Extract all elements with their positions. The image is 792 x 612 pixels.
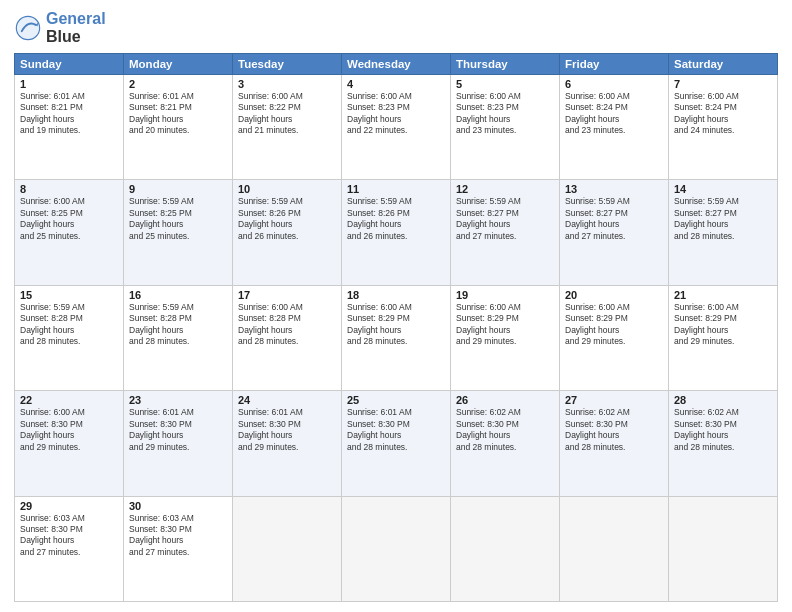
day-number: 13 <box>565 183 663 195</box>
day-number: 12 <box>456 183 554 195</box>
day-cell-19: 19 Sunrise: 6:00 AM Sunset: 8:29 PM Dayl… <box>451 285 560 390</box>
day-number: 29 <box>20 500 118 512</box>
weekday-header-row: SundayMondayTuesdayWednesdayThursdayFrid… <box>15 53 778 74</box>
day-info: Sunrise: 6:01 AM Sunset: 8:30 PM Dayligh… <box>129 407 227 453</box>
day-cell-3: 3 Sunrise: 6:00 AM Sunset: 8:22 PM Dayli… <box>233 74 342 179</box>
day-cell-2: 2 Sunrise: 6:01 AM Sunset: 8:21 PM Dayli… <box>124 74 233 179</box>
weekday-wednesday: Wednesday <box>342 53 451 74</box>
day-cell-15: 15 Sunrise: 5:59 AM Sunset: 8:28 PM Dayl… <box>15 285 124 390</box>
day-info: Sunrise: 5:59 AM Sunset: 8:27 PM Dayligh… <box>456 196 554 242</box>
day-cell-28: 28 Sunrise: 6:02 AM Sunset: 8:30 PM Dayl… <box>669 391 778 496</box>
logo-text: General Blue <box>46 10 106 47</box>
week-row-4: 22 Sunrise: 6:00 AM Sunset: 8:30 PM Dayl… <box>15 391 778 496</box>
day-info: Sunrise: 6:01 AM Sunset: 8:30 PM Dayligh… <box>238 407 336 453</box>
empty-cell <box>342 496 451 601</box>
day-cell-20: 20 Sunrise: 6:00 AM Sunset: 8:29 PM Dayl… <box>560 285 669 390</box>
day-number: 21 <box>674 289 772 301</box>
day-number: 3 <box>238 78 336 90</box>
day-info: Sunrise: 6:02 AM Sunset: 8:30 PM Dayligh… <box>456 407 554 453</box>
day-cell-29: 29 Sunrise: 6:03 AM Sunset: 8:30 PM Dayl… <box>15 496 124 601</box>
day-number: 24 <box>238 394 336 406</box>
logo-icon <box>14 14 42 42</box>
day-info: Sunrise: 5:59 AM Sunset: 8:28 PM Dayligh… <box>20 302 118 348</box>
logo: General Blue <box>14 10 106 47</box>
day-info: Sunrise: 6:02 AM Sunset: 8:30 PM Dayligh… <box>674 407 772 453</box>
weekday-saturday: Saturday <box>669 53 778 74</box>
day-info: Sunrise: 6:00 AM Sunset: 8:24 PM Dayligh… <box>674 91 772 137</box>
day-number: 30 <box>129 500 227 512</box>
day-number: 28 <box>674 394 772 406</box>
day-cell-24: 24 Sunrise: 6:01 AM Sunset: 8:30 PM Dayl… <box>233 391 342 496</box>
day-number: 20 <box>565 289 663 301</box>
day-cell-25: 25 Sunrise: 6:01 AM Sunset: 8:30 PM Dayl… <box>342 391 451 496</box>
day-cell-7: 7 Sunrise: 6:00 AM Sunset: 8:24 PM Dayli… <box>669 74 778 179</box>
day-number: 5 <box>456 78 554 90</box>
page: General Blue SundayMondayTuesdayWednesda… <box>0 0 792 612</box>
day-number: 23 <box>129 394 227 406</box>
day-info: Sunrise: 5:59 AM Sunset: 8:26 PM Dayligh… <box>347 196 445 242</box>
weekday-tuesday: Tuesday <box>233 53 342 74</box>
day-cell-26: 26 Sunrise: 6:02 AM Sunset: 8:30 PM Dayl… <box>451 391 560 496</box>
day-number: 18 <box>347 289 445 301</box>
week-row-5: 29 Sunrise: 6:03 AM Sunset: 8:30 PM Dayl… <box>15 496 778 601</box>
day-cell-13: 13 Sunrise: 5:59 AM Sunset: 8:27 PM Dayl… <box>560 180 669 285</box>
day-cell-22: 22 Sunrise: 6:00 AM Sunset: 8:30 PM Dayl… <box>15 391 124 496</box>
day-cell-11: 11 Sunrise: 5:59 AM Sunset: 8:26 PM Dayl… <box>342 180 451 285</box>
day-number: 11 <box>347 183 445 195</box>
day-cell-5: 5 Sunrise: 6:00 AM Sunset: 8:23 PM Dayli… <box>451 74 560 179</box>
day-number: 7 <box>674 78 772 90</box>
day-info: Sunrise: 5:59 AM Sunset: 8:26 PM Dayligh… <box>238 196 336 242</box>
header: General Blue <box>14 10 778 47</box>
day-info: Sunrise: 6:00 AM Sunset: 8:25 PM Dayligh… <box>20 196 118 242</box>
day-number: 27 <box>565 394 663 406</box>
day-info: Sunrise: 6:00 AM Sunset: 8:29 PM Dayligh… <box>674 302 772 348</box>
day-info: Sunrise: 6:01 AM Sunset: 8:30 PM Dayligh… <box>347 407 445 453</box>
day-info: Sunrise: 6:00 AM Sunset: 8:24 PM Dayligh… <box>565 91 663 137</box>
day-number: 19 <box>456 289 554 301</box>
day-cell-8: 8 Sunrise: 6:00 AM Sunset: 8:25 PM Dayli… <box>15 180 124 285</box>
day-cell-27: 27 Sunrise: 6:02 AM Sunset: 8:30 PM Dayl… <box>560 391 669 496</box>
day-info: Sunrise: 5:59 AM Sunset: 8:27 PM Dayligh… <box>565 196 663 242</box>
day-info: Sunrise: 6:00 AM Sunset: 8:29 PM Dayligh… <box>456 302 554 348</box>
day-number: 26 <box>456 394 554 406</box>
day-number: 2 <box>129 78 227 90</box>
day-cell-21: 21 Sunrise: 6:00 AM Sunset: 8:29 PM Dayl… <box>669 285 778 390</box>
day-number: 1 <box>20 78 118 90</box>
day-cell-4: 4 Sunrise: 6:00 AM Sunset: 8:23 PM Dayli… <box>342 74 451 179</box>
day-number: 14 <box>674 183 772 195</box>
day-info: Sunrise: 6:00 AM Sunset: 8:23 PM Dayligh… <box>456 91 554 137</box>
day-info: Sunrise: 6:01 AM Sunset: 8:21 PM Dayligh… <box>129 91 227 137</box>
day-info: Sunrise: 6:03 AM Sunset: 8:30 PM Dayligh… <box>129 513 227 559</box>
day-cell-12: 12 Sunrise: 5:59 AM Sunset: 8:27 PM Dayl… <box>451 180 560 285</box>
logo-general: General <box>46 10 106 27</box>
day-info: Sunrise: 6:01 AM Sunset: 8:21 PM Dayligh… <box>20 91 118 137</box>
day-cell-10: 10 Sunrise: 5:59 AM Sunset: 8:26 PM Dayl… <box>233 180 342 285</box>
day-info: Sunrise: 6:02 AM Sunset: 8:30 PM Dayligh… <box>565 407 663 453</box>
empty-cell <box>669 496 778 601</box>
day-cell-23: 23 Sunrise: 6:01 AM Sunset: 8:30 PM Dayl… <box>124 391 233 496</box>
day-cell-30: 30 Sunrise: 6:03 AM Sunset: 8:30 PM Dayl… <box>124 496 233 601</box>
day-number: 4 <box>347 78 445 90</box>
day-cell-1: 1 Sunrise: 6:01 AM Sunset: 8:21 PM Dayli… <box>15 74 124 179</box>
day-cell-14: 14 Sunrise: 5:59 AM Sunset: 8:27 PM Dayl… <box>669 180 778 285</box>
day-info: Sunrise: 6:00 AM Sunset: 8:28 PM Dayligh… <box>238 302 336 348</box>
day-info: Sunrise: 6:00 AM Sunset: 8:29 PM Dayligh… <box>565 302 663 348</box>
day-info: Sunrise: 6:00 AM Sunset: 8:29 PM Dayligh… <box>347 302 445 348</box>
day-number: 9 <box>129 183 227 195</box>
empty-cell <box>233 496 342 601</box>
day-cell-16: 16 Sunrise: 5:59 AM Sunset: 8:28 PM Dayl… <box>124 285 233 390</box>
weekday-friday: Friday <box>560 53 669 74</box>
day-cell-9: 9 Sunrise: 5:59 AM Sunset: 8:25 PM Dayli… <box>124 180 233 285</box>
calendar: SundayMondayTuesdayWednesdayThursdayFrid… <box>14 53 778 602</box>
day-number: 6 <box>565 78 663 90</box>
day-info: Sunrise: 5:59 AM Sunset: 8:25 PM Dayligh… <box>129 196 227 242</box>
day-number: 22 <box>20 394 118 406</box>
week-row-1: 1 Sunrise: 6:01 AM Sunset: 8:21 PM Dayli… <box>15 74 778 179</box>
empty-cell <box>451 496 560 601</box>
day-number: 25 <box>347 394 445 406</box>
weekday-sunday: Sunday <box>15 53 124 74</box>
day-number: 16 <box>129 289 227 301</box>
logo-blue: Blue <box>46 28 81 45</box>
day-cell-18: 18 Sunrise: 6:00 AM Sunset: 8:29 PM Dayl… <box>342 285 451 390</box>
day-cell-6: 6 Sunrise: 6:00 AM Sunset: 8:24 PM Dayli… <box>560 74 669 179</box>
